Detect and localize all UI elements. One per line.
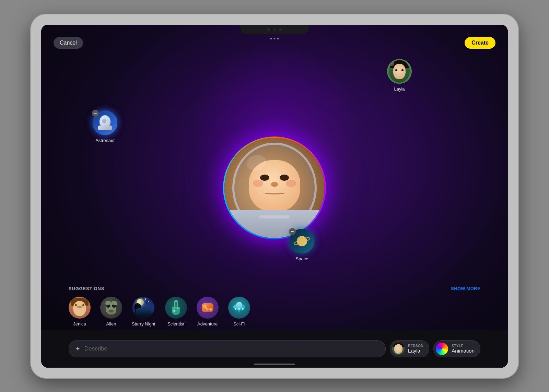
scientist-icon: [165, 297, 187, 319]
astronaut-icon: −: [93, 110, 117, 135]
starry-night-label: Starry Night: [132, 321, 155, 326]
person-avatar: [392, 343, 405, 355]
adventure-label: Adventure: [197, 321, 218, 326]
remove-astronaut-badge[interactable]: −: [92, 110, 99, 117]
style-chip-text: STYLE Animation: [452, 344, 475, 354]
jenica-label: Jenica: [73, 321, 86, 326]
style-orb-icon: [436, 343, 448, 355]
remove-space-badge[interactable]: −: [289, 228, 296, 235]
tablet-device: Cancel Create: [31, 14, 518, 378]
tablet-screen: Cancel Create: [41, 25, 508, 368]
alien-icon: [100, 297, 122, 319]
cancel-button[interactable]: Cancel: [54, 37, 83, 49]
scientist-label: Scientist: [167, 321, 184, 326]
more-options-menu[interactable]: [270, 38, 279, 39]
dot-1: [270, 38, 272, 39]
suggestion-scientist[interactable]: Scientist: [165, 297, 187, 326]
person-chip-value: Layla: [408, 348, 423, 354]
sparkle-icon: ✦: [75, 345, 80, 353]
camera-sensor-2: [279, 28, 282, 31]
camera-sensor: [267, 28, 270, 31]
dot-2: [274, 38, 276, 39]
suggestion-alien[interactable]: Alien: [100, 297, 122, 326]
sci-fi-label: Sci-Fi: [233, 321, 245, 326]
suggestion-sci-fi[interactable]: Sci-Fi: [228, 297, 250, 326]
suggestion-starry-night[interactable]: Starry Night: [132, 297, 155, 326]
home-indicator: [254, 364, 295, 365]
person-chip-text: PERSON Layla: [408, 344, 423, 354]
dot-3: [277, 38, 279, 39]
layla-orbital-item[interactable]: − Layla: [387, 59, 412, 92]
layla-icon: −: [387, 59, 412, 84]
suggestions-panel: SUGGESTIONS SHOW MORE Jeni: [41, 286, 508, 326]
suggestions-title: SUGGESTIONS: [69, 286, 104, 291]
astronaut-label: Astronaut: [95, 138, 115, 143]
remove-layla-badge[interactable]: −: [387, 59, 394, 66]
describe-placeholder: Describe: [84, 345, 107, 352]
alien-label: Alien: [106, 321, 116, 326]
character-preview-ring: [223, 136, 326, 239]
suggestions-header: SUGGESTIONS SHOW MORE: [69, 286, 480, 291]
style-chip-value: Animation: [452, 348, 475, 354]
suggestions-row: Jenica: [69, 297, 480, 326]
suggestion-jenica[interactable]: Jenica: [69, 297, 91, 326]
space-icon: −: [290, 229, 314, 253]
layla-label: Layla: [394, 86, 405, 92]
starry-night-icon: [132, 297, 154, 319]
camera-lens: [273, 28, 276, 31]
person-chip-label: PERSON: [408, 344, 423, 348]
jenica-icon: [69, 297, 91, 319]
style-chip-label: STYLE: [452, 344, 475, 348]
astronaut-orbital-item[interactable]: − Astronaut: [93, 110, 117, 143]
show-more-button[interactable]: SHOW MORE: [451, 286, 480, 291]
style-chip[interactable]: STYLE Animation: [433, 340, 480, 357]
create-button[interactable]: Create: [465, 37, 495, 49]
space-label: Space: [296, 256, 308, 261]
space-orbital-item[interactable]: − Space: [290, 229, 314, 261]
describe-input-field[interactable]: ✦ Describe: [69, 340, 386, 357]
bottom-input-bar: ✦ Describe PERSON Layla STYLE: [41, 330, 508, 368]
adventure-icon: [197, 297, 219, 319]
suggestion-adventure[interactable]: Adventure: [197, 297, 219, 326]
camera-bar: [240, 25, 309, 34]
sci-fi-icon: [228, 297, 250, 319]
person-chip[interactable]: PERSON Layla: [390, 340, 429, 357]
